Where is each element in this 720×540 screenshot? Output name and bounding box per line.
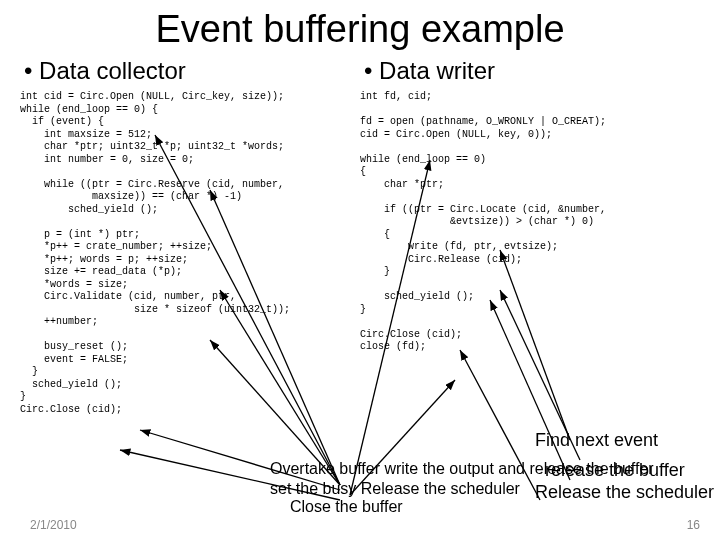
left-code: int cid = Circ.Open (NULL, Circ_key, siz… (20, 91, 360, 416)
left-column: Data collector int cid = Circ.Open (NULL… (20, 57, 360, 416)
right-column: Data writer int fd, cid; fd = open (path… (360, 57, 700, 416)
slide-title: Event buffering example (0, 8, 720, 51)
overlap-line-3: Close the buffer (290, 498, 403, 516)
footer-date: 2/1/2010 (30, 518, 77, 532)
right-code: int fd, cid; fd = open (pathname, O_WRON… (360, 91, 700, 354)
annotation-find-next: Find next event (535, 430, 658, 451)
left-heading: Data collector (42, 57, 360, 85)
right-heading: Data writer (382, 57, 700, 85)
footer: 2/1/2010 16 (30, 518, 700, 532)
footer-page: 16 (687, 518, 700, 532)
overlap-line-1: Overtake buffer write the output and rel… (270, 460, 654, 478)
annotation-release-sched: Release the scheduler (535, 482, 714, 503)
overlap-line-2: set the busy Release the scheduler (270, 480, 520, 498)
columns: Data collector int cid = Circ.Open (NULL… (0, 57, 720, 416)
